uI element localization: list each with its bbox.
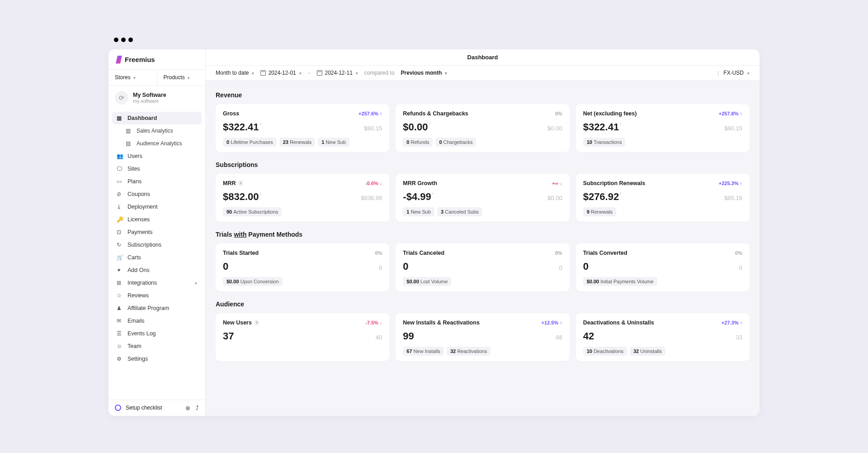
card-change: +∞ — [552, 181, 562, 186]
nav-reviews[interactable]: ☆Reviews — [112, 289, 202, 302]
card-sub-renewals[interactable]: Subscription Renewals +225.3% $276.92* $… — [576, 174, 750, 222]
nav-carts[interactable]: 🛒Carts — [112, 251, 202, 264]
nav-events-log[interactable]: ☰Events Log — [112, 327, 202, 340]
chevron-down-icon — [355, 70, 358, 76]
compared-to-label: compared to — [364, 70, 395, 76]
nav-settings[interactable]: ⚙Settings — [112, 353, 202, 365]
card-new-users[interactable]: New Usersi -7.5% 37 40 — [216, 313, 389, 361]
card-change: +12.5% — [542, 320, 562, 325]
addons-icon: ✦ — [117, 267, 123, 273]
stat-pill: 67New Installs — [403, 347, 444, 356]
nav-subscriptions[interactable]: ↻Subscriptions — [112, 238, 202, 251]
arrow-down-icon — [380, 320, 382, 325]
stat-pill: 32Reactivations — [447, 347, 491, 356]
card-change: +225.3% — [719, 181, 742, 186]
nav-users[interactable]: 👥Users — [112, 150, 202, 162]
stat-pill: 0Lifetime Purchases — [223, 138, 277, 147]
card-value: 42 — [583, 330, 594, 342]
team-icon: ☺ — [117, 343, 123, 349]
nav-payments[interactable]: ⊡Payments — [112, 226, 202, 238]
card-mrr[interactable]: MRRi -0.6% $832.00* $836.99 90Active Sub… — [216, 174, 389, 222]
card-compare: $85.16 — [724, 195, 742, 201]
help-icon[interactable]: ⊛ — [185, 405, 190, 411]
card-title: MRR Growth — [403, 180, 437, 186]
current-product[interactable]: ⟳ My Software my-software — [108, 86, 205, 110]
info-icon[interactable]: i — [254, 320, 259, 325]
card-value: $276.92* — [583, 191, 622, 203]
card-compare: 40 — [376, 334, 382, 341]
nav-dashboard[interactable]: ▦Dashboard — [112, 112, 202, 124]
window-traffic-lights — [114, 38, 760, 42]
arrow-up-icon — [560, 320, 562, 325]
card-change: -0.6% — [365, 181, 382, 186]
card-new-installs[interactable]: New Installs & Reactivations +12.5% 99 8… — [396, 313, 569, 361]
card-pills: 0Refunds0Chargebacks — [403, 138, 562, 147]
page-tab: Dashboard — [206, 49, 760, 66]
nav-audience-analytics[interactable]: ▤Audience Analytics — [112, 137, 202, 150]
card-pills: 10Transactions — [583, 138, 742, 147]
card-value: 0 — [223, 261, 228, 272]
stores-dropdown[interactable]: Stores — [108, 70, 157, 85]
arrow-down-icon — [380, 181, 382, 186]
setup-checklist-link[interactable]: Setup checklist — [126, 405, 162, 411]
card-pills: $0.00Upon Conversion — [223, 277, 382, 286]
card-value: 0 — [403, 261, 408, 272]
card-refunds[interactable]: Refunds & Chargebacks 0% $0.00* $0.00 0R… — [396, 104, 569, 152]
chart-icon: ▤ — [126, 140, 132, 147]
card-trials-canceled[interactable]: Trials Canceled 0% 0 0 $0.00Lost Volume — [396, 243, 569, 291]
stat-pill: 3Canceled Subs — [437, 207, 482, 216]
sidebar-nav: ▦Dashboard ▥Sales Analytics ▤Audience An… — [108, 110, 205, 400]
card-compare: 88 — [556, 334, 562, 341]
share-icon[interactable]: ⤴ — [196, 405, 199, 411]
card-value: $322.41* — [223, 121, 261, 133]
card-mrr-growth[interactable]: MRR Growth +∞ -$4.99* $0.00 1New Sub3Can… — [396, 174, 569, 222]
nav-integrations[interactable]: ⊞Integrations — [112, 277, 202, 289]
stat-pill: 23Renewals — [279, 138, 316, 147]
card-trials-started[interactable]: Trials Started 0% 0 0 $0.00Upon Conversi… — [216, 243, 389, 291]
licenses-icon: 🔑 — [117, 216, 123, 223]
nav-affiliate[interactable]: ♟Affiliate Program — [112, 302, 202, 315]
nav-plans[interactable]: ▭Plans — [112, 175, 202, 188]
settings-icon: ⚙ — [117, 356, 123, 362]
info-icon[interactable]: i — [238, 181, 243, 186]
nav-team[interactable]: ☺Team — [112, 340, 202, 353]
card-pills: 67New Installs32Reactivations — [403, 347, 562, 356]
chevron-down-icon — [187, 74, 190, 81]
card-trials-converted[interactable]: Trials Converted 0% 0 0 $0.00Initial Pay… — [576, 243, 750, 291]
section-subscriptions-title: Subscriptions — [216, 161, 750, 168]
card-deactivations[interactable]: Deactivations & Uninstalls +27.3% 42 33 … — [576, 313, 750, 361]
card-compare: $0.00 — [547, 125, 562, 132]
nav-licenses[interactable]: 🔑Licenses — [112, 213, 202, 226]
product-slug: my-software — [133, 98, 166, 104]
users-icon: 👥 — [117, 153, 123, 159]
nav-coupons[interactable]: ⊘Coupons — [112, 188, 202, 200]
plans-icon: ▭ — [117, 178, 123, 185]
nav-addons[interactable]: ✦Add Ons — [112, 264, 202, 277]
nav-sales-analytics[interactable]: ▥Sales Analytics — [112, 124, 202, 137]
arrow-up-icon — [740, 320, 742, 325]
nav-emails[interactable]: ✉Emails — [112, 315, 202, 327]
nav-sites[interactable]: 🖵Sites — [112, 162, 202, 175]
compare-range-dropdown[interactable]: Previous month — [401, 70, 448, 76]
card-pills: 10Deactivations32Uninstalls — [583, 347, 742, 356]
card-title: New Usersi — [223, 319, 259, 326]
card-change: 0% — [555, 111, 562, 116]
stat-pill: 10Deactivations — [583, 347, 627, 356]
card-pills: $0.00Initial Payments Volume — [583, 277, 742, 286]
date-to-picker[interactable]: 2024-12-11 — [317, 70, 358, 76]
date-range-dropdown[interactable]: Month to date — [216, 70, 254, 76]
card-title: Refunds & Chargebacks — [403, 110, 468, 117]
card-value: 99 — [403, 330, 414, 342]
card-compare: $836.99 — [361, 195, 382, 201]
card-title: Trials Canceled — [403, 250, 444, 256]
card-title: Subscription Renewals — [583, 180, 646, 186]
currency-dropdown[interactable]: |FX-USD — [717, 70, 750, 76]
card-pills: 0Lifetime Purchases23Renewals1New Sub — [223, 138, 382, 147]
card-gross[interactable]: Gross +257.6% $322.41* $90.15 0Lifetime … — [216, 104, 389, 152]
card-net[interactable]: Net (excluding fees) +257.8% $322.41* $9… — [576, 104, 750, 152]
products-dropdown[interactable]: Products — [157, 70, 206, 85]
nav-deployment[interactable]: ⤓Deployment — [112, 200, 202, 213]
stat-pill: 10Transactions — [583, 138, 626, 147]
chevron-down-icon — [444, 70, 447, 76]
date-from-picker[interactable]: 2024-12-01 — [260, 70, 301, 76]
